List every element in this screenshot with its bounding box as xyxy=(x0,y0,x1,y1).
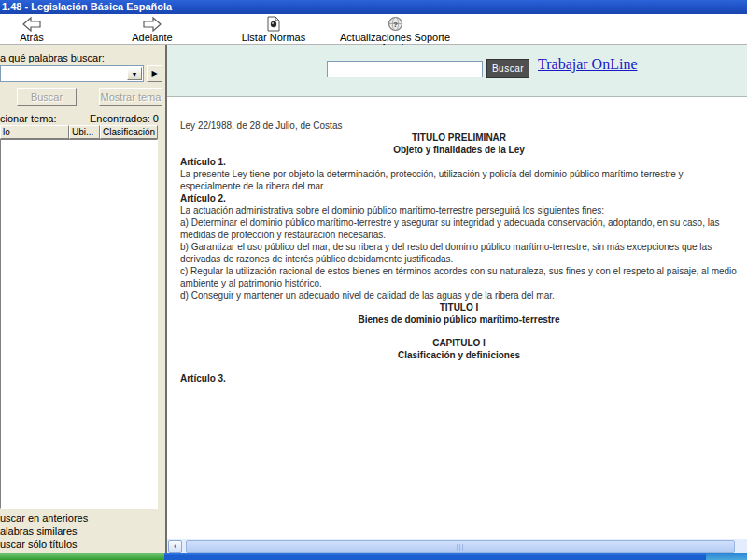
results-list[interactable] xyxy=(0,139,158,509)
bottom-border-strip xyxy=(0,553,747,560)
law-document: Ley 22/1988, de 28 de Julio, de Costas T… xyxy=(167,97,747,539)
toolbar-button-actualizaciones[interactable]: ? Actualizaciones Soporte Ayuda xyxy=(329,15,461,43)
option-buscar-solo-titulos[interactable]: uscar sólo títulos xyxy=(0,539,78,550)
capitulo-1-subtitle: Clasificación y definiciones xyxy=(180,349,738,361)
column-header-titulo[interactable]: lo xyxy=(0,125,69,139)
bottom-strip-green-segment xyxy=(0,553,164,560)
search-words-label: a qué palabras buscar: xyxy=(0,52,105,63)
window-titlebar[interactable]: 1.48 - Legislación Básica Española xyxy=(0,0,747,14)
scrollbar-thumb[interactable] xyxy=(186,540,735,553)
chevron-down-icon[interactable]: ▼ xyxy=(127,67,142,80)
articulo-1-heading: Artículo 1. xyxy=(180,156,738,168)
fin-c: c) Regular la utilización racional de es… xyxy=(180,265,738,289)
scroll-left-arrow-icon[interactable]: ‹ xyxy=(168,540,182,553)
fin-b: b) Garantizar el uso público del mar, de… xyxy=(180,241,738,265)
mostrar-tema-button[interactable]: Mostrar tema xyxy=(99,88,162,106)
fin-a: a) Determinar el dominio público marítim… xyxy=(180,217,738,241)
articulo-3-heading: Artículo 3. xyxy=(180,372,738,385)
globe-help-icon: ? xyxy=(329,15,461,33)
titulo-preliminar-subtitle: Objeto y finalidades de la Ley xyxy=(180,144,738,156)
column-header-ubicacion[interactable]: Ubi... xyxy=(69,125,100,139)
articulo-2-heading: Artículo 2. xyxy=(180,192,738,204)
toolbar-button-listar-normas[interactable]: Listar Normas xyxy=(235,15,312,43)
fin-d: d) Conseguir y mantener un adecuado nive… xyxy=(180,289,738,301)
arrow-right-icon xyxy=(123,15,181,33)
toolbar-label: Adelante xyxy=(123,33,181,43)
search-sidebar: a qué palabras buscar: ▼ ▶ Buscar Mostra… xyxy=(0,45,167,553)
document-icon xyxy=(235,15,312,33)
encontrados-count: Encontrados: 0 xyxy=(90,113,159,124)
capitulo-1: CAPITULO I xyxy=(180,337,738,349)
horizontal-scrollbar[interactable]: ‹ xyxy=(167,539,747,553)
toolbar-button-atras[interactable]: Atrás xyxy=(3,15,61,43)
column-header-clasificacion[interactable]: Clasificación xyxy=(100,125,158,139)
option-palabras-similares[interactable]: alabras similares xyxy=(0,525,78,537)
buscar-online-button[interactable]: Buscar xyxy=(486,59,529,78)
toolbar-label: Atrás xyxy=(3,33,61,43)
window-title: 1.48 - Legislación Básica Española xyxy=(2,1,172,12)
seleccionar-tema-label: cionar tema: xyxy=(0,113,57,124)
search-words-combobox[interactable]: ▼ xyxy=(0,65,144,82)
toolbar-label: Listar Normas xyxy=(235,33,312,43)
main-toolbar: Atrás Listar Normas Adelante Listar Norm… xyxy=(0,14,747,45)
results-table: lo Ubi... Clasificación xyxy=(0,125,158,509)
svg-text:?: ? xyxy=(393,21,398,29)
scrollbar-grip xyxy=(457,544,465,551)
law-heading: Ley 22/1988, de 28 de Julio, de Costas xyxy=(180,119,738,132)
bottom-strip-cyan-segment xyxy=(706,553,747,560)
titulo-1: TITULO I xyxy=(180,301,738,314)
arrow-left-icon xyxy=(3,15,61,33)
buscar-button[interactable]: Buscar xyxy=(17,88,77,106)
search-input[interactable] xyxy=(327,61,483,77)
online-search-strip: Buscar Trabajar OnLine xyxy=(167,45,747,97)
titulo-preliminar: TITULO PRELIMINAR xyxy=(180,132,738,144)
trabajar-online-link[interactable]: Trabajar OnLine xyxy=(538,56,638,73)
titulo-1-subtitle: Bienes de dominio público marítimo-terre… xyxy=(180,314,738,326)
articulo-2-text: La actuación administrativa sobre el dom… xyxy=(180,204,738,217)
expand-right-button[interactable]: ▶ xyxy=(147,65,162,82)
option-buscar-en-anteriores[interactable]: uscar en anteriores xyxy=(0,512,88,524)
toolbar-button-adelante[interactable]: Listar Normas Adelante xyxy=(123,15,181,43)
bottom-strip-blue-segment xyxy=(164,553,706,560)
articulo-1-text: La presente Ley tiene por objeto la dete… xyxy=(180,168,738,192)
